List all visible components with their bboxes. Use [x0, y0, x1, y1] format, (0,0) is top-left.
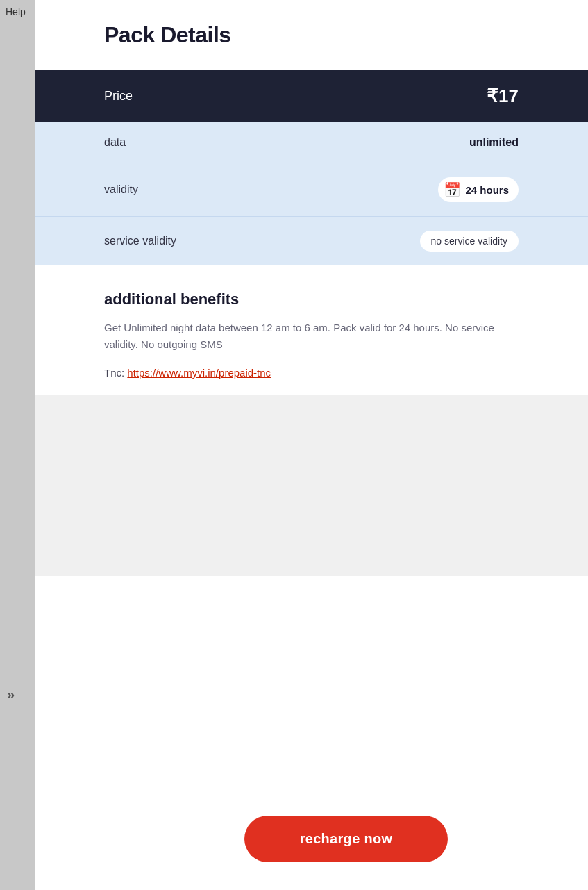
price-value: ₹17	[487, 85, 519, 107]
sidebar-background	[0, 0, 35, 890]
benefits-section: additional benefits Get Unlimited night …	[35, 265, 588, 395]
validity-row: validity 📅 24 hours	[35, 163, 588, 217]
validity-text: 24 hours	[465, 184, 509, 196]
tnc-link[interactable]: https://www.myvi.in/prepaid-tnc	[127, 367, 271, 379]
validity-label: validity	[104, 183, 138, 196]
price-row: Price ₹17	[35, 70, 588, 122]
data-value: unlimited	[469, 136, 519, 149]
tnc-line: Tnc: https://www.myvi.in/prepaid-tnc	[104, 367, 519, 379]
data-label: data	[104, 136, 126, 149]
price-label: Price	[104, 89, 133, 104]
page-title: Pack Details	[104, 22, 519, 48]
service-validity-row: service validity no service validity	[35, 217, 588, 265]
spacer-area	[35, 395, 588, 576]
service-validity-badge: no service validity	[420, 231, 519, 252]
main-panel: Pack Details Price ₹17 data unlimited va…	[35, 0, 588, 890]
sidebar-chevron[interactable]: »	[7, 686, 15, 702]
details-table: data unlimited validity 📅 24 hours servi…	[35, 122, 588, 265]
title-section: Pack Details	[35, 0, 588, 70]
service-validity-label: service validity	[104, 235, 176, 247]
calendar-icon: 📅	[444, 181, 461, 198]
validity-badge: 📅 24 hours	[438, 177, 519, 202]
recharge-now-button[interactable]: recharge now	[244, 816, 448, 862]
bottom-section: recharge now	[69, 793, 588, 890]
tnc-prefix: Tnc:	[104, 367, 127, 379]
benefits-description: Get Unlimited night data between 12 am t…	[104, 320, 519, 353]
page-wrapper: Help » Pack Details Price ₹17 data unlim…	[0, 0, 588, 890]
data-row: data unlimited	[35, 122, 588, 163]
benefits-title: additional benefits	[104, 290, 519, 308]
help-text: Help	[0, 3, 31, 20]
